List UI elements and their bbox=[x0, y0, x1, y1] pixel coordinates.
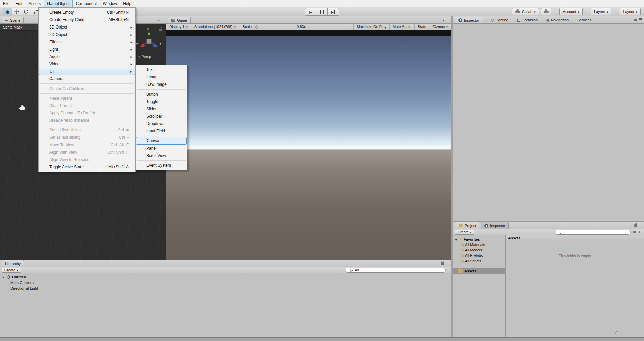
play-button[interactable] bbox=[305, 8, 316, 16]
assets-folder-row[interactable]: Assets bbox=[453, 268, 505, 274]
menu-item-canvas[interactable]: Canvas bbox=[136, 137, 187, 145]
scene-orientation-gizmo[interactable]: y x z < Persp bbox=[137, 28, 161, 63]
favorites-row[interactable]: Favorites bbox=[453, 237, 505, 242]
panel-dropdown-icon[interactable] bbox=[442, 18, 444, 22]
hierarchy-search-input[interactable]: All bbox=[345, 268, 446, 273]
menu-item-scroll-view[interactable]: Scroll View bbox=[136, 152, 187, 159]
rotate-tool-button[interactable] bbox=[21, 8, 31, 15]
favorite-all-prefabs[interactable]: All Prefabs bbox=[453, 253, 505, 258]
panel-dropdown-icon[interactable] bbox=[158, 18, 160, 22]
tab-occlusion[interactable]: Occlusion bbox=[517, 17, 538, 23]
lock-icon[interactable] bbox=[634, 19, 637, 21]
pause-button[interactable] bbox=[316, 8, 328, 16]
foldout-arrow-icon[interactable] bbox=[2, 275, 5, 279]
menu-item-effects[interactable]: Effects bbox=[39, 38, 135, 46]
hierarchy-create-button[interactable]: Create bbox=[2, 268, 21, 273]
layers-label: Layers bbox=[594, 10, 605, 14]
scale-slider[interactable] bbox=[254, 27, 294, 27]
panel-menu-icon[interactable] bbox=[446, 262, 449, 264]
menu-separator bbox=[40, 125, 134, 125]
lock-icon[interactable] bbox=[634, 224, 637, 227]
project-search-input[interactable] bbox=[555, 230, 631, 235]
tab-game[interactable]: Game bbox=[168, 17, 191, 23]
hand-tool-button[interactable] bbox=[3, 8, 12, 15]
menu-item-create-empty-child[interactable]: Create Empty Child Alt+Shift+N bbox=[39, 16, 135, 23]
menu-item-image[interactable]: Image bbox=[136, 73, 187, 81]
favorite-all-models[interactable]: All Models bbox=[453, 247, 505, 253]
menu-item-2d-object[interactable]: 2D Object bbox=[39, 31, 135, 38]
menu-assets[interactable]: Assets bbox=[25, 0, 44, 7]
menu-item-audio[interactable]: Audio bbox=[39, 53, 135, 60]
menu-item-video[interactable]: Video bbox=[39, 60, 135, 68]
cloud-services-button[interactable] bbox=[541, 8, 551, 15]
chevron-down-icon bbox=[578, 10, 579, 14]
folder-icon bbox=[458, 269, 463, 273]
step-button[interactable] bbox=[328, 8, 339, 16]
tab-inspector-secondary[interactable]: Inspector bbox=[481, 222, 508, 229]
foldout-arrow-icon[interactable] bbox=[455, 237, 458, 241]
menu-item-create-empty[interactable]: Create Empty Ctrl+Shift+N bbox=[39, 9, 135, 16]
zoom-slider-knob[interactable] bbox=[615, 331, 618, 334]
menu-window[interactable]: Window bbox=[100, 0, 120, 7]
menu-help[interactable]: Help bbox=[120, 0, 135, 7]
menu-edit[interactable]: Edit bbox=[12, 0, 25, 7]
stats-toggle[interactable]: Stats bbox=[414, 24, 429, 30]
menu-file[interactable]: File bbox=[0, 0, 12, 7]
favorite-all-scripts[interactable]: All Scripts bbox=[453, 258, 505, 264]
tab-navigation[interactable]: Navigation bbox=[546, 17, 569, 23]
tab-project[interactable]: Project bbox=[455, 222, 479, 229]
menu-item-dropdown[interactable]: Dropdown bbox=[136, 120, 187, 127]
resolution-dropdown[interactable]: Standalone (1024x768) bbox=[191, 24, 239, 30]
tab-scene[interactable]: Scene bbox=[2, 17, 24, 23]
game-viewport[interactable] bbox=[166, 30, 451, 260]
menu-item-button[interactable]: Button bbox=[136, 91, 187, 98]
menu-item-toggle[interactable]: Toggle bbox=[136, 98, 187, 105]
thumbnail-zoom-slider[interactable] bbox=[615, 331, 640, 335]
move-tool-button[interactable] bbox=[12, 8, 21, 15]
lock-icon[interactable] bbox=[441, 262, 444, 265]
menu-separator bbox=[137, 89, 186, 90]
menu-item-camera[interactable]: Camera bbox=[39, 75, 135, 82]
panel-menu-icon[interactable] bbox=[446, 19, 449, 21]
hierarchy-scene-row[interactable]: Untitled bbox=[0, 274, 451, 280]
gizmos-dropdown[interactable]: Gizmos bbox=[429, 24, 451, 30]
panel-menu-icon[interactable] bbox=[639, 224, 642, 226]
layers-button[interactable]: Layers bbox=[591, 8, 612, 15]
menu-item-text[interactable]: Text bbox=[136, 66, 187, 73]
menu-item-toggle-active-state[interactable]: Toggle Active State Alt+Shift+A bbox=[39, 163, 135, 171]
perspective-label[interactable]: < Persp bbox=[138, 55, 151, 59]
panel-menu-icon[interactable] bbox=[161, 19, 165, 21]
menu-separator bbox=[137, 136, 186, 136]
gizmo-lock-icon[interactable] bbox=[159, 29, 162, 31]
menu-gameobject[interactable]: GameObject bbox=[44, 0, 73, 7]
menu-item-slider[interactable]: Slider bbox=[136, 105, 187, 113]
menu-item-scrollbar[interactable]: Scrollbar bbox=[136, 113, 187, 120]
tab-inspector[interactable]: Inspector bbox=[455, 17, 482, 23]
tab-services[interactable]: Services bbox=[577, 17, 591, 23]
menu-item-raw-image[interactable]: Raw Image bbox=[136, 81, 187, 88]
layout-button[interactable]: Layout bbox=[620, 8, 641, 15]
scale-slider-knob[interactable] bbox=[255, 25, 258, 29]
menu-item-event-system[interactable]: Event System bbox=[136, 162, 187, 169]
account-button[interactable]: Account bbox=[559, 8, 583, 15]
menu-item-ui[interactable]: UI bbox=[39, 68, 135, 75]
menu-item-3d-object[interactable]: 3D Object bbox=[39, 23, 135, 31]
label-filter-icon[interactable] bbox=[633, 231, 636, 233]
tab-lighting[interactable]: Lighting bbox=[491, 17, 508, 23]
favorite-all-materials[interactable]: All Materials bbox=[453, 242, 505, 247]
panel-menu-icon[interactable] bbox=[639, 18, 642, 21]
hierarchy-item-directional-light[interactable]: Directional Light bbox=[0, 285, 451, 291]
project-create-button[interactable]: Create bbox=[455, 230, 474, 235]
menu-component[interactable]: Component bbox=[73, 0, 100, 7]
display-dropdown[interactable]: Display 1 bbox=[166, 24, 191, 30]
axis-gizmo-icon bbox=[138, 31, 160, 52]
mute-audio-toggle[interactable]: Mute Audio bbox=[389, 24, 414, 30]
maximize-on-play-toggle[interactable]: Maximize On Play bbox=[353, 24, 389, 30]
tab-hierarchy[interactable]: Hierarchy bbox=[2, 260, 24, 267]
menu-item-light[interactable]: Light bbox=[39, 46, 135, 53]
favorite-search-icon[interactable] bbox=[638, 230, 641, 234]
menu-item-panel[interactable]: Panel bbox=[136, 145, 187, 152]
collab-button[interactable]: Collab bbox=[512, 8, 539, 15]
menu-item-input-field[interactable]: Input Field bbox=[136, 127, 187, 135]
hierarchy-item-main-camera[interactable]: Main Camera bbox=[0, 280, 451, 285]
